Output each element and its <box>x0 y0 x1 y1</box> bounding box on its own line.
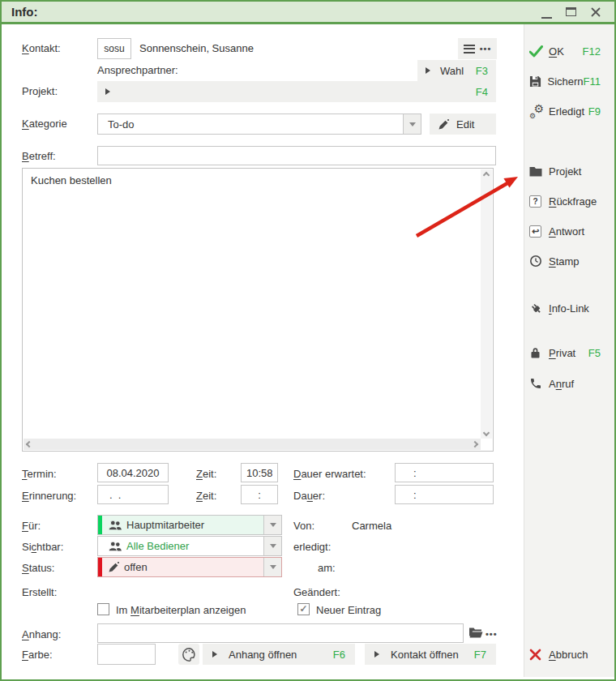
kontakt-menu-button[interactable]: ••• <box>458 38 497 59</box>
chevron-down-icon[interactable] <box>263 558 281 576</box>
folder-open-icon[interactable] <box>468 627 483 638</box>
sichtbar-label: Sichtbar: <box>22 541 63 553</box>
more-icon[interactable]: ••• <box>486 629 498 639</box>
question-icon: ? <box>529 195 545 208</box>
plug-icon <box>529 302 545 315</box>
phone-icon <box>529 377 545 390</box>
zeit2-input[interactable] <box>241 485 278 504</box>
privat-button[interactable]: Privat F5 <box>529 344 610 362</box>
pencil-icon <box>108 561 120 573</box>
wahl-button[interactable]: Wahl F3 <box>417 60 496 81</box>
betreff-label: Betreff: <box>22 150 56 162</box>
vertical-scrollbar[interactable] <box>481 169 492 439</box>
kategorie-label: Kategorie <box>22 118 67 130</box>
erledigt-label: erledigt: <box>293 541 331 553</box>
notes-textarea[interactable]: Kuchen bestellen <box>22 168 494 452</box>
erledigt-button[interactable]: ⚙⚙ Erledigt F9 <box>529 102 610 120</box>
rueckfrage-button[interactable]: ? Rückfrage <box>529 192 610 210</box>
red-bar <box>98 558 102 576</box>
erinnerung-input[interactable] <box>97 485 169 504</box>
erinnerung-label: Erinnerung: <box>22 490 76 502</box>
chevron-down-icon[interactable] <box>263 516 281 534</box>
mitarbeiterplan-checkbox[interactable] <box>97 603 109 615</box>
info-link-button[interactable]: Info-Link <box>529 299 610 317</box>
neuer-eintrag-checkbox-label[interactable]: Neuer Eintrag <box>316 604 381 616</box>
clock-icon <box>529 255 545 268</box>
more-icon: ••• <box>480 44 492 54</box>
termin-label: Termin: <box>22 468 57 480</box>
horizontal-scrollbar[interactable] <box>24 439 481 450</box>
projekt-button[interactable]: Projekt <box>529 162 610 180</box>
von-value: Carmela <box>352 520 391 532</box>
termin-input[interactable] <box>97 463 169 482</box>
notes-text: Kuchen bestellen <box>31 174 112 186</box>
chevron-down-icon[interactable] <box>403 114 421 134</box>
reply-icon: ↩ <box>529 225 545 238</box>
edit-button[interactable]: Edit <box>430 114 496 135</box>
stamp-button[interactable]: Stamp <box>529 252 610 270</box>
check-icon <box>529 45 545 58</box>
fuer-label: Für: <box>22 520 41 532</box>
cancel-icon <box>529 649 545 661</box>
lock-icon <box>529 346 545 359</box>
scroll-left-icon[interactable] <box>24 439 35 450</box>
minimize-icon[interactable] <box>541 11 552 19</box>
kontakt-name: Sonnenschein, Susanne <box>139 42 254 54</box>
projekt-field[interactable]: F4 <box>97 81 496 102</box>
abbruch-button[interactable]: Abbruch <box>529 645 610 663</box>
dauer-label: Dauer: <box>293 490 325 502</box>
status-select[interactable]: offen <box>97 557 282 577</box>
anhang-input[interactable] <box>97 623 464 643</box>
zeit-input[interactable] <box>241 463 278 482</box>
close-icon[interactable] <box>590 6 601 18</box>
ok-button[interactable]: OK F12 <box>529 42 610 60</box>
chevron-down-icon[interactable] <box>263 537 281 555</box>
betreff-input[interactable] <box>97 146 496 165</box>
erstellt-label: Erstellt: <box>22 586 57 598</box>
kontakt-oeffnen-button[interactable]: Kontakt öffnen F7 <box>365 644 496 665</box>
pencil-icon <box>438 118 450 131</box>
window-title: Info: <box>11 5 37 19</box>
action-sidebar: OK F12 Sichern F11 ⚙⚙ Erledigt F9 <box>524 24 614 677</box>
anhang-oeffnen-button[interactable]: Anhang öffnen F6 <box>203 644 355 665</box>
zeit2-label: Zeit: <box>196 490 216 502</box>
triangle-right-icon <box>374 651 379 657</box>
fuer-select[interactable]: Hauptmitarbeiter <box>97 515 282 535</box>
ansprechpartner-label: Ansprechpartner: <box>97 64 178 76</box>
info-dialog: Info: OK F12 Sichern F11 <box>0 0 616 681</box>
maximize-icon[interactable] <box>566 7 576 16</box>
kontakt-label: Kontakt: <box>22 42 61 54</box>
zeit-label: Zeit: <box>196 468 216 480</box>
dauer-erwartet-label: Dauer erwartet: <box>293 468 366 480</box>
palette-button[interactable] <box>178 644 199 665</box>
anruf-button[interactable]: Anruf <box>529 375 610 392</box>
anhang-label: Anhang: <box>22 628 61 640</box>
kategorie-select[interactable]: To-do <box>97 114 421 135</box>
farbe-input[interactable] <box>97 644 156 665</box>
geaendert-label: Geändert: <box>293 586 340 598</box>
am-label: am: <box>318 562 336 574</box>
dauer-input[interactable] <box>395 485 494 504</box>
sichern-button[interactable]: Sichern F11 <box>529 72 610 90</box>
scroll-up-icon[interactable] <box>481 169 492 181</box>
neuer-eintrag-checkbox[interactable]: ✓ <box>297 603 310 615</box>
menu-icon <box>464 42 475 55</box>
antwort-button[interactable]: ↩ Antwort <box>529 222 610 240</box>
dialog-body: OK F12 Sichern F11 ⚙⚙ Erledigt F9 <box>2 24 614 677</box>
sichtbar-select[interactable]: Alle Bediener <box>97 536 282 556</box>
dauer-erwartet-input[interactable] <box>395 463 494 482</box>
save-icon <box>529 75 544 88</box>
triangle-right-icon <box>105 88 110 95</box>
status-label: Status: <box>22 562 54 574</box>
mitarbeiterplan-checkbox-label[interactable]: Im Mitarbeiterplan anzeigen <box>116 604 246 616</box>
scroll-right-icon[interactable] <box>469 439 481 450</box>
titlebar: Info: <box>2 2 614 24</box>
farbe-label: Farbe: <box>22 649 53 661</box>
palette-icon <box>182 647 197 662</box>
scroll-down-icon[interactable] <box>481 427 492 439</box>
folder-icon <box>529 166 545 177</box>
projekt-label: Projekt: <box>22 85 58 97</box>
green-bar <box>98 516 102 534</box>
kontakt-code-input[interactable] <box>97 38 131 59</box>
von-label: Von: <box>293 520 314 532</box>
